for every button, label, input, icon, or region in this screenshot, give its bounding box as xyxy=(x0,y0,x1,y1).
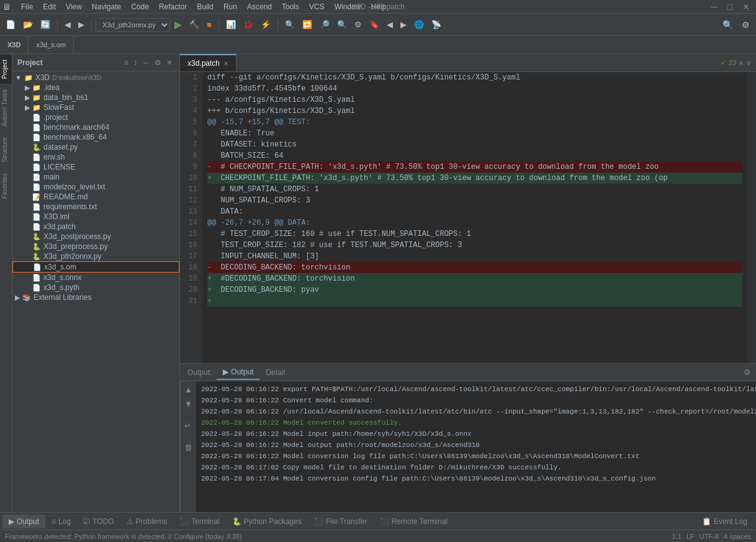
tree-item-x3d-s-pyth[interactable]: 📄 x3d_s.pyth xyxy=(12,282,179,292)
output-content[interactable]: 2022-05-28 06:16:22 export PATH=$PATH:/u… xyxy=(196,381,756,512)
status-tab-log[interactable]: ≡ Log xyxy=(45,515,77,528)
menu-build[interactable]: Build xyxy=(192,2,218,12)
expand-btn[interactable]: ∧ xyxy=(739,59,744,67)
tree-item-env[interactable]: 📄 env.sh xyxy=(12,152,179,162)
sort-alpha-btn[interactable]: ↔ xyxy=(140,58,151,68)
tree-item-x3d-s-om[interactable]: 📄 x3d_s.om xyxy=(12,261,179,273)
tree-item-license[interactable]: 📄 LICENSE xyxy=(12,162,179,172)
stop-button[interactable]: ■ xyxy=(204,18,215,31)
close-panel-btn[interactable]: ✕ xyxy=(164,58,174,68)
left-tab-autom-tasks[interactable]: Autom! Tasks xyxy=(0,84,12,132)
coverage-button[interactable]: 📊 xyxy=(223,18,239,31)
tree-item-readme[interactable]: 📝 README.md xyxy=(12,192,179,202)
soft-wrap-btn[interactable]: ↵ xyxy=(183,420,194,431)
settings-panel-btn[interactable]: ⚙ xyxy=(153,58,163,68)
bookmark-button[interactable]: 🔖 xyxy=(366,18,382,31)
replace-button[interactable]: 🔁 xyxy=(299,18,315,31)
tree-item-preprocess[interactable]: 🐍 X3d_preprocess.py xyxy=(12,242,179,251)
tree-item-slowfast[interactable]: ▶ 📁 SlowFast xyxy=(12,102,179,112)
settings-button[interactable]: ⚙ xyxy=(351,18,365,31)
tree-item-dataset[interactable]: 🐍 dataset.py xyxy=(12,142,179,152)
profile-button[interactable]: ⚡ xyxy=(258,18,274,31)
left-tab-structure[interactable]: Structure xyxy=(0,132,12,168)
maximize-button[interactable]: □ xyxy=(724,2,736,12)
status-tab-python-packages[interactable]: 🐍 Python Packages xyxy=(226,515,308,528)
left-tab-favorites[interactable]: Favorites xyxy=(0,168,12,204)
ascend-btn[interactable]: 📡 xyxy=(428,18,444,31)
status-tab-terminal[interactable]: ⬛ Terminal xyxy=(173,515,225,528)
menu-vcs[interactable]: VCS xyxy=(304,2,330,12)
collapse-all-btn[interactable]: ≡ xyxy=(122,58,130,68)
new-file-button[interactable]: 📄 xyxy=(2,18,19,31)
collapse-btn[interactable]: ∨ xyxy=(746,59,751,67)
next-bookmark[interactable]: ▶ xyxy=(397,18,410,31)
menu-refactor[interactable]: Refactor xyxy=(154,2,192,12)
cursor-position[interactable]: 1:1 xyxy=(672,533,682,540)
status-tab-file-transfer[interactable]: ⬛ File Transfer xyxy=(308,515,374,528)
menu-navigate[interactable]: Navigate xyxy=(87,2,126,12)
output-settings-btn[interactable]: ⚙ xyxy=(741,366,754,378)
tree-item-main[interactable]: 📄 main xyxy=(12,172,179,182)
sync-button[interactable]: 🔄 xyxy=(37,18,53,31)
file-tab-x3d-patch[interactable]: x3d.patch ✕ xyxy=(180,54,236,71)
tree-item-idea[interactable]: ▶ 📁 .idea xyxy=(12,83,179,93)
tree-item-x3d-patch[interactable]: 📄 x3d.patch xyxy=(12,222,179,232)
debug-button[interactable]: 🐞 xyxy=(240,18,256,31)
scroll-up-btn[interactable]: ▲ xyxy=(183,384,194,395)
menu-view[interactable]: View xyxy=(61,2,87,12)
breadcrumb-x3d-s-om[interactable]: x3d_s.om xyxy=(29,36,74,53)
tree-root[interactable]: ▼ 📁 X3D D:\mikuthree\X3D xyxy=(12,73,179,83)
encoding[interactable]: UTF-8 xyxy=(700,533,719,540)
left-tab-project[interactable]: Project xyxy=(0,54,12,84)
tab-close-btn[interactable]: ✕ xyxy=(223,60,228,67)
back-button[interactable]: ◀ xyxy=(61,18,74,31)
prev-bookmark[interactable]: ◀ xyxy=(384,18,396,31)
run-config-selector[interactable]: X3d_pth2onnx.py xyxy=(96,18,170,32)
settings-gear-button[interactable]: ⚙ xyxy=(738,18,754,32)
tree-item-data-bin[interactable]: ▶ 📁 data_bin_bs1 xyxy=(12,93,179,102)
status-tab-problems[interactable]: ⚠ Problems xyxy=(120,515,174,528)
menu-ascend[interactable]: Ascend xyxy=(242,2,277,12)
menu-file[interactable]: File xyxy=(16,2,38,12)
zoom-out-button[interactable]: 🔍 xyxy=(334,18,350,31)
minimize-button[interactable]: ─ xyxy=(708,2,721,12)
close-button[interactable]: ✕ xyxy=(739,2,754,12)
tree-item-pth2onnx[interactable]: 🐍 X3d_pth2onnx.py xyxy=(12,251,179,261)
tree-item-project[interactable]: 📄 .project xyxy=(12,112,179,122)
status-tab-remote-terminal[interactable]: ⬛ Remote Terminal xyxy=(374,515,454,528)
find-button[interactable]: 🔍 xyxy=(282,18,298,31)
status-tab-output[interactable]: ▶ Output xyxy=(2,515,45,528)
tree-item-postprocess[interactable]: 🐍 X3d_postprocess.py xyxy=(12,232,179,242)
tree-item-benchmark-aarch[interactable]: 📄 benchmark.aarch64 xyxy=(12,122,179,132)
tree-item-external-libs[interactable]: ▶ 📚 External Libraries xyxy=(12,292,179,302)
build-button[interactable]: 🔨 xyxy=(186,18,202,31)
tree-item-x3d-s-onnx[interactable]: 📄 x3d_s.onnx xyxy=(12,273,179,282)
forward-button[interactable]: ▶ xyxy=(75,18,88,31)
zoom-in-button[interactable]: 🔎 xyxy=(317,18,333,31)
menu-run[interactable]: Run xyxy=(218,2,242,12)
code-editor[interactable]: 123456789101112131415161718192021 diff -… xyxy=(180,72,756,363)
menu-tools[interactable]: Tools xyxy=(277,2,304,12)
line-ending[interactable]: LF xyxy=(686,533,695,540)
menu-code[interactable]: Code xyxy=(126,2,154,12)
status-tab-todo[interactable]: ☑ TODO xyxy=(77,515,120,528)
open-button[interactable]: 📂 xyxy=(20,18,36,31)
tree-item-benchmark-x86[interactable]: 📄 benchmark.x86_64 xyxy=(12,132,179,142)
menu-help[interactable]: Help xyxy=(366,2,391,12)
scroll-down-btn[interactable]: ▼ xyxy=(183,398,194,410)
extra-btn[interactable]: 🌐 xyxy=(411,18,427,31)
global-search-button[interactable]: 🔍 xyxy=(719,18,737,32)
output-tab-detail[interactable]: Detail xyxy=(259,366,291,379)
tree-item-requirements[interactable]: 📄 requirements.txt xyxy=(12,202,179,212)
tree-item-modelzoo[interactable]: 📄 modelzoo_level.txt xyxy=(12,182,179,192)
run-button[interactable]: ▶ xyxy=(171,17,185,32)
indent-info[interactable]: 4 spaces xyxy=(724,533,751,540)
menu-window[interactable]: Window xyxy=(330,2,366,12)
menu-edit[interactable]: Edit xyxy=(38,2,61,12)
output-tab-output[interactable]: ▶ Output xyxy=(217,365,259,380)
sort-btn[interactable]: ↕ xyxy=(132,58,139,68)
clear-btn[interactable]: 🗑 xyxy=(183,441,194,453)
breadcrumb-x3d[interactable]: X3D xyxy=(0,36,29,53)
status-tab-event-log[interactable]: 📋 Event Log xyxy=(696,515,754,528)
tree-item-x3d-iml[interactable]: 📄 X3D.iml xyxy=(12,212,179,222)
